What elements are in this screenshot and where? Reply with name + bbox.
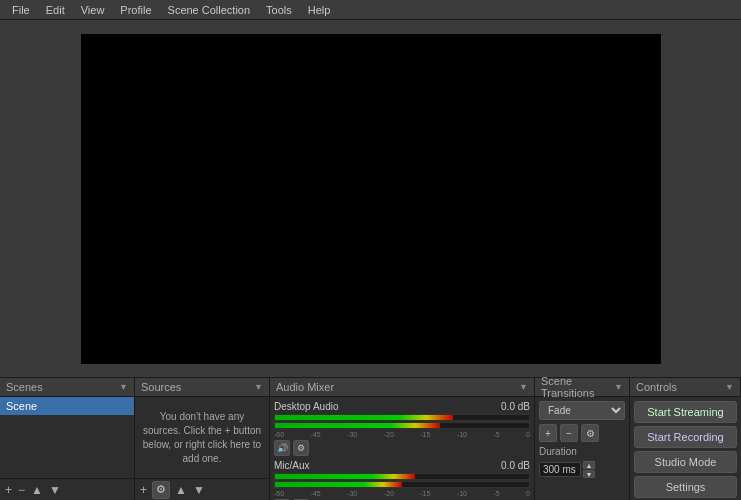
scene-transitions-panel-header: Scene Transitions ▼ [535, 378, 630, 396]
menu-scene-collection[interactable]: Scene Collection [160, 2, 259, 18]
sources-header-label: Sources [141, 381, 181, 393]
sources-down-button[interactable]: ▼ [192, 484, 206, 496]
duration-input[interactable] [539, 462, 581, 477]
scenes-list: Scene [0, 397, 134, 478]
audio-channel-mic: Mic/Aux 0.0 dB -60 -45 -30 -20 [274, 460, 530, 500]
transition-type-select[interactable]: Fade [539, 401, 625, 420]
mic-aux-fill1 [275, 474, 415, 479]
transition-gear-button[interactable]: ⚙ [581, 424, 599, 442]
scenes-controls: + − ▲ ▼ [0, 478, 134, 500]
mic-aux-meter-bar1 [274, 473, 530, 480]
preview-canvas [81, 34, 661, 364]
bottom-panels: Scenes ▼ Sources ▼ Audio Mixer ▼ Scene T… [0, 377, 741, 500]
start-recording-button[interactable]: Start Recording [634, 426, 737, 448]
sources-header-icon[interactable]: ▼ [254, 382, 263, 392]
sources-controls: + ⚙ ▲ ▼ [135, 478, 269, 500]
scenes-header-label: Scenes [6, 381, 43, 393]
scenes-add-button[interactable]: + [4, 484, 13, 496]
desktop-audio-controls: 🔊 ⚙ [274, 440, 530, 456]
desktop-audio-meter: -60 -45 -30 -20 -15 -10 -5 0 [274, 414, 530, 438]
audio-channel-desktop: Desktop Audio 0.0 dB -60 -45 -30 -20 [274, 401, 530, 456]
panels-content: Scene + − ▲ ▼ You don't have any sources… [0, 397, 741, 500]
controls-header-label: Controls [636, 381, 677, 393]
scenes-up-button[interactable]: ▲ [30, 484, 44, 496]
audio-mixer-panel-header: Audio Mixer ▼ [270, 378, 535, 396]
mic-aux-meter: -60 -45 -30 -20 -15 -10 -5 0 [274, 473, 530, 497]
duration-input-wrapper: ▲ ▼ [539, 461, 625, 478]
audio-channel-desktop-top: Desktop Audio 0.0 dB [274, 401, 530, 412]
audio-mixer-header-label: Audio Mixer [276, 381, 334, 393]
controls-header-icon[interactable]: ▼ [725, 382, 734, 392]
desktop-audio-db: 0.0 dB [501, 401, 530, 412]
studio-mode-button[interactable]: Studio Mode [634, 451, 737, 473]
sources-gear-button[interactable]: ⚙ [152, 481, 170, 499]
panel-headers: Scenes ▼ Sources ▼ Audio Mixer ▼ Scene T… [0, 377, 741, 397]
menu-profile[interactable]: Profile [112, 2, 159, 18]
mic-aux-db: 0.0 dB [501, 460, 530, 471]
scenes-down-button[interactable]: ▼ [48, 484, 62, 496]
audio-channel-mic-top: Mic/Aux 0.0 dB [274, 460, 530, 471]
transition-remove-button[interactable]: − [560, 424, 578, 442]
controls-panel: Start Streaming Start Recording Studio M… [630, 397, 741, 500]
mic-aux-label: Mic/Aux [274, 460, 310, 471]
sources-add-button[interactable]: + [139, 484, 148, 496]
desktop-audio-vol-icon[interactable]: 🔊 [274, 440, 290, 456]
menu-view[interactable]: View [73, 2, 113, 18]
scenes-header-icon[interactable]: ▼ [119, 382, 128, 392]
menu-tools[interactable]: Tools [258, 2, 300, 18]
audio-mixer-panel: Desktop Audio 0.0 dB -60 -45 -30 -20 [270, 397, 535, 500]
scene-transitions-header-icon[interactable]: ▼ [614, 382, 623, 392]
mic-aux-scale: -60 -45 -30 -20 -15 -10 -5 0 [274, 490, 530, 497]
duration-label: Duration [539, 446, 577, 457]
audio-mixer-header-icon[interactable]: ▼ [519, 382, 528, 392]
mic-aux-meter-bar2 [274, 481, 530, 488]
desktop-audio-gear-icon[interactable]: ⚙ [293, 440, 309, 456]
menu-file[interactable]: File [4, 2, 38, 18]
mic-aux-fill2 [275, 482, 402, 487]
menu-edit[interactable]: Edit [38, 2, 73, 18]
desktop-audio-fill2 [275, 423, 440, 428]
scenes-remove-button[interactable]: − [17, 484, 26, 496]
scenes-panel: Scene + − ▲ ▼ [0, 397, 135, 500]
settings-button[interactable]: Settings [634, 476, 737, 498]
duration-spinner: ▲ ▼ [583, 461, 595, 478]
scenes-panel-header: Scenes ▼ [0, 378, 135, 396]
duration-row: Duration [539, 446, 625, 457]
scene-transitions-panel: Fade + − ⚙ Duration ▲ ▼ [535, 397, 630, 500]
duration-up-arrow[interactable]: ▲ [583, 461, 595, 469]
start-streaming-button[interactable]: Start Streaming [634, 401, 737, 423]
duration-down-arrow[interactable]: ▼ [583, 470, 595, 478]
sources-up-button[interactable]: ▲ [174, 484, 188, 496]
desktop-audio-meter-bar1 [274, 414, 530, 421]
preview-area [0, 20, 741, 377]
controls-panel-header: Controls ▼ [630, 378, 741, 396]
scene-transitions-header-label: Scene Transitions [541, 375, 614, 399]
transition-add-button[interactable]: + [539, 424, 557, 442]
sources-panel: You don't have any sources. Click the + … [135, 397, 270, 500]
scene-item[interactable]: Scene [0, 397, 134, 415]
menu-help[interactable]: Help [300, 2, 339, 18]
sources-message: You don't have any sources. Click the + … [135, 397, 269, 478]
desktop-audio-label: Desktop Audio [274, 401, 339, 412]
menu-bar: File Edit View Profile Scene Collection … [0, 0, 741, 20]
sources-panel-header: Sources ▼ [135, 378, 270, 396]
desktop-audio-meter-bar2 [274, 422, 530, 429]
desktop-audio-scale: -60 -45 -30 -20 -15 -10 -5 0 [274, 431, 530, 438]
desktop-audio-fill1 [275, 415, 453, 420]
transition-buttons-row: + − ⚙ [539, 424, 625, 442]
